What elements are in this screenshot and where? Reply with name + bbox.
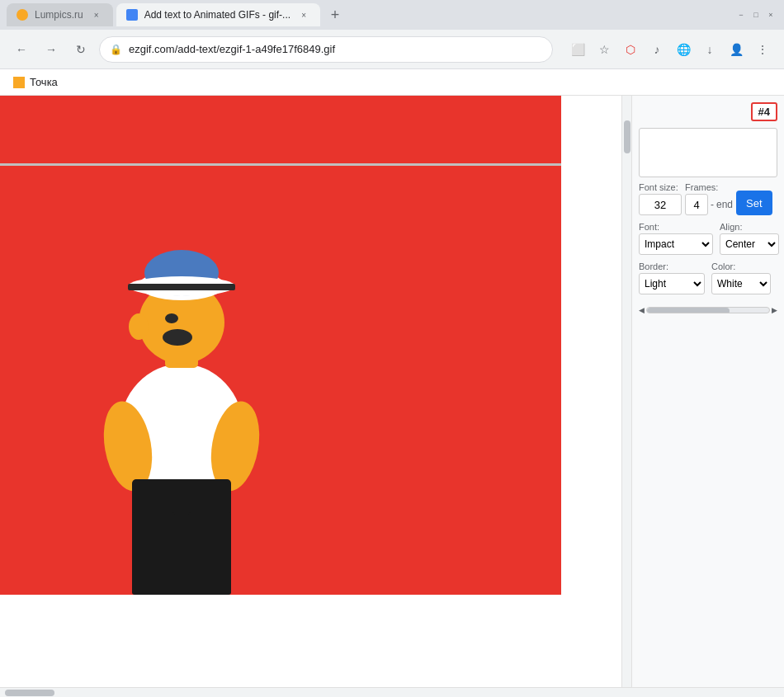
gif-panel[interactable]: [0, 96, 631, 687]
extensions-icon[interactable]: ⬡: [619, 38, 642, 61]
breadcrumb-folder-icon: [13, 77, 25, 88]
frames-group: Frames: - end: [685, 182, 733, 215]
toolbar-icons: ⬜ ☆ ⬡ ♪ 🌐 ↓ 👤 ⋮: [566, 38, 774, 61]
minimize-button[interactable]: −: [734, 8, 748, 21]
scroll-left-arrow[interactable]: ◀: [639, 306, 645, 314]
border-select[interactable]: None Light Medium Heavy: [639, 273, 705, 294]
svg-point-10: [165, 313, 178, 323]
bottom-scrollbar[interactable]: [0, 687, 784, 697]
color-select[interactable]: White Black Red Blue: [711, 273, 771, 294]
font-size-input[interactable]: [639, 194, 682, 215]
content-row: #4 Font size: Frames: - end: [0, 96, 784, 687]
scrollbar-track: [646, 307, 770, 313]
svg-point-11: [163, 329, 192, 346]
scroll-right-arrow[interactable]: ▶: [772, 306, 777, 314]
frame-2: [0, 166, 561, 595]
ezgif-favicon: [126, 9, 138, 21]
font-select[interactable]: Impact Arial Times New Roman Helvetica: [639, 233, 713, 255]
frames-end-label: end: [716, 199, 733, 210]
character-illustration: [50, 199, 314, 595]
font-size-label: Font size:: [639, 182, 682, 192]
frames-label: Frames:: [685, 182, 733, 192]
cast-icon[interactable]: ⬜: [566, 38, 589, 61]
translate-icon[interactable]: 🌐: [672, 38, 695, 61]
address-bar: ← → ↻ 🔒 ezgif.com/add-text/ezgif-1-a49fe…: [0, 30, 784, 69]
tab-lumpics[interactable]: Lumpics.ru ×: [7, 3, 113, 26]
music-icon[interactable]: ♪: [645, 38, 668, 61]
frame-1: [0, 96, 561, 166]
breadcrumb-text: Точка: [30, 76, 58, 88]
frames-dash: -: [711, 199, 714, 210]
align-group: Align: Left Center Right: [720, 222, 779, 255]
scrollbar-thumb-h: [647, 308, 730, 313]
frame-badge-container: #4: [639, 102, 777, 121]
lock-icon: 🔒: [110, 44, 122, 55]
tab-ezgif[interactable]: Add text to Animated GIFs - gif-... ×: [116, 3, 320, 26]
bottom-scrollbar-thumb: [5, 690, 54, 696]
frames-inputs: - end: [685, 194, 733, 215]
font-align-row: Font: Impact Arial Times New Roman Helve…: [639, 222, 777, 255]
controls-scrollbar[interactable]: ◀ ▶: [639, 306, 777, 314]
border-color-row: Border: None Light Medium Heavy Color: W…: [639, 261, 777, 294]
bookmark-icon[interactable]: ☆: [593, 38, 616, 61]
font-label: Font:: [639, 222, 713, 232]
gif-container: [0, 96, 631, 595]
font-size-group: Font size:: [639, 182, 682, 215]
browser-window: Lumpics.ru × Add text to Animated GIFs -…: [0, 0, 784, 697]
align-select[interactable]: Left Center Right: [720, 233, 779, 255]
tab-lumpics-close[interactable]: ×: [90, 8, 103, 21]
url-text: ezgif.com/add-text/ezgif-1-a49fe17f6849.…: [129, 43, 335, 55]
set-button[interactable]: Set: [736, 191, 772, 215]
tab-lumpics-label: Lumpics.ru: [35, 9, 83, 21]
svg-rect-14: [188, 512, 231, 595]
forward-button[interactable]: →: [40, 38, 63, 61]
profile-icon[interactable]: 👤: [725, 38, 748, 61]
window-controls: − □ ×: [734, 8, 777, 21]
controls-panel: #4 Font size: Frames: - end: [631, 96, 784, 687]
text-input[interactable]: [639, 128, 777, 177]
new-tab-button[interactable]: +: [324, 3, 347, 26]
border-label: Border:: [639, 261, 705, 271]
scrollbar-thumb: [624, 120, 631, 153]
title-bar: Lumpics.ru × Add text to Animated GIFs -…: [0, 0, 784, 30]
border-group: Border: None Light Medium Heavy: [639, 261, 705, 294]
font-group: Font: Impact Arial Times New Roman Helve…: [639, 222, 713, 255]
svg-rect-8: [128, 284, 235, 290]
svg-rect-13: [132, 512, 175, 595]
downloads-icon[interactable]: ↓: [698, 38, 721, 61]
tab-ezgif-label: Add text to Animated GIFs - gif-...: [144, 9, 290, 21]
vertical-scrollbar[interactable]: [621, 96, 631, 687]
back-button[interactable]: ←: [10, 38, 33, 61]
url-bar[interactable]: 🔒 ezgif.com/add-text/ezgif-1-a49fe17f684…: [99, 36, 553, 63]
align-label: Align:: [720, 222, 779, 232]
breadcrumb-bar: Точка: [0, 69, 784, 96]
font-frames-row: Font size: Frames: - end Set: [639, 182, 777, 215]
main-area: #4 Font size: Frames: - end: [0, 96, 784, 697]
close-button[interactable]: ×: [764, 8, 777, 21]
color-label: Color:: [711, 261, 771, 271]
frames-from-input[interactable]: [685, 194, 708, 215]
refresh-button[interactable]: ↻: [69, 38, 92, 61]
menu-icon[interactable]: ⋮: [751, 38, 774, 61]
frame-badge: #4: [751, 102, 777, 121]
maximize-button[interactable]: □: [749, 8, 763, 21]
svg-point-9: [129, 313, 149, 340]
lumpics-favicon: [17, 9, 28, 21]
tab-ezgif-close[interactable]: ×: [297, 8, 310, 21]
color-group: Color: White Black Red Blue: [711, 261, 771, 294]
